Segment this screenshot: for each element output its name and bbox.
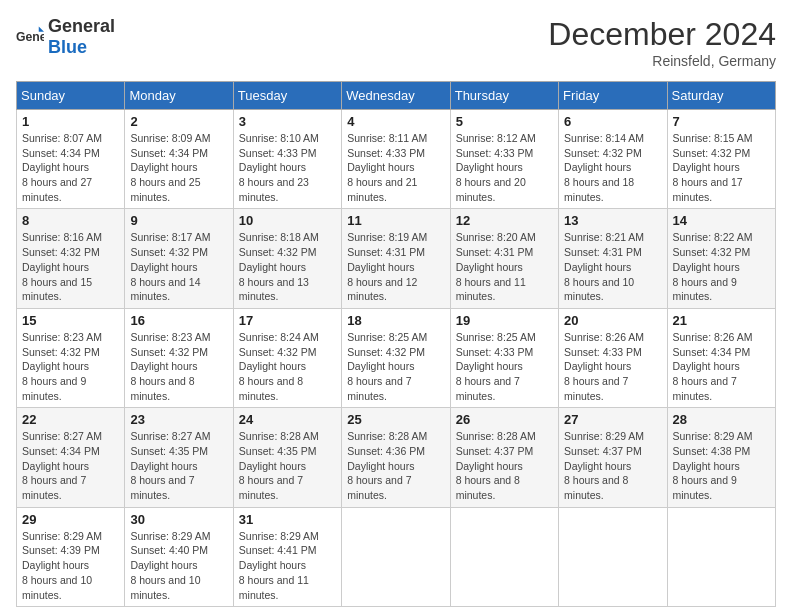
day-info: Sunrise: 8:10 AM Sunset: 4:33 PM Dayligh… xyxy=(239,131,336,204)
day-number: 27 xyxy=(564,412,661,427)
day-info: Sunrise: 8:24 AM Sunset: 4:32 PM Dayligh… xyxy=(239,330,336,403)
calendar-cell: 15 Sunrise: 8:23 AM Sunset: 4:32 PM Dayl… xyxy=(17,308,125,407)
calendar-cell xyxy=(559,507,667,606)
page-header: General General Blue December 2024 Reins… xyxy=(16,16,776,69)
calendar-week-4: 22 Sunrise: 8:27 AM Sunset: 4:34 PM Dayl… xyxy=(17,408,776,507)
day-info: Sunrise: 8:09 AM Sunset: 4:34 PM Dayligh… xyxy=(130,131,227,204)
day-info: Sunrise: 8:23 AM Sunset: 4:32 PM Dayligh… xyxy=(130,330,227,403)
calendar-cell: 27 Sunrise: 8:29 AM Sunset: 4:37 PM Dayl… xyxy=(559,408,667,507)
calendar-cell: 14 Sunrise: 8:22 AM Sunset: 4:32 PM Dayl… xyxy=(667,209,775,308)
day-number: 2 xyxy=(130,114,227,129)
day-info: Sunrise: 8:17 AM Sunset: 4:32 PM Dayligh… xyxy=(130,230,227,303)
calendar-cell: 30 Sunrise: 8:29 AM Sunset: 4:40 PM Dayl… xyxy=(125,507,233,606)
day-info: Sunrise: 8:29 AM Sunset: 4:38 PM Dayligh… xyxy=(673,429,770,502)
day-number: 8 xyxy=(22,213,119,228)
day-info: Sunrise: 8:18 AM Sunset: 4:32 PM Dayligh… xyxy=(239,230,336,303)
calendar-cell: 23 Sunrise: 8:27 AM Sunset: 4:35 PM Dayl… xyxy=(125,408,233,507)
day-info: Sunrise: 8:16 AM Sunset: 4:32 PM Dayligh… xyxy=(22,230,119,303)
calendar-cell: 7 Sunrise: 8:15 AM Sunset: 4:32 PM Dayli… xyxy=(667,110,775,209)
day-number: 22 xyxy=(22,412,119,427)
calendar-cell: 18 Sunrise: 8:25 AM Sunset: 4:32 PM Dayl… xyxy=(342,308,450,407)
day-info: Sunrise: 8:21 AM Sunset: 4:31 PM Dayligh… xyxy=(564,230,661,303)
day-number: 30 xyxy=(130,512,227,527)
logo: General General Blue xyxy=(16,16,115,58)
calendar-week-5: 29 Sunrise: 8:29 AM Sunset: 4:39 PM Dayl… xyxy=(17,507,776,606)
calendar-cell: 11 Sunrise: 8:19 AM Sunset: 4:31 PM Dayl… xyxy=(342,209,450,308)
calendar-cell: 20 Sunrise: 8:26 AM Sunset: 4:33 PM Dayl… xyxy=(559,308,667,407)
calendar-cell: 16 Sunrise: 8:23 AM Sunset: 4:32 PM Dayl… xyxy=(125,308,233,407)
day-info: Sunrise: 8:28 AM Sunset: 4:36 PM Dayligh… xyxy=(347,429,444,502)
day-info: Sunrise: 8:27 AM Sunset: 4:34 PM Dayligh… xyxy=(22,429,119,502)
day-info: Sunrise: 8:20 AM Sunset: 4:31 PM Dayligh… xyxy=(456,230,553,303)
weekday-header-monday: Monday xyxy=(125,82,233,110)
day-number: 14 xyxy=(673,213,770,228)
calendar-cell: 12 Sunrise: 8:20 AM Sunset: 4:31 PM Dayl… xyxy=(450,209,558,308)
day-number: 10 xyxy=(239,213,336,228)
logo-blue-text: Blue xyxy=(48,37,87,57)
calendar-week-3: 15 Sunrise: 8:23 AM Sunset: 4:32 PM Dayl… xyxy=(17,308,776,407)
calendar-cell: 28 Sunrise: 8:29 AM Sunset: 4:38 PM Dayl… xyxy=(667,408,775,507)
calendar-cell: 9 Sunrise: 8:17 AM Sunset: 4:32 PM Dayli… xyxy=(125,209,233,308)
calendar-cell: 4 Sunrise: 8:11 AM Sunset: 4:33 PM Dayli… xyxy=(342,110,450,209)
day-number: 12 xyxy=(456,213,553,228)
day-info: Sunrise: 8:29 AM Sunset: 4:40 PM Dayligh… xyxy=(130,529,227,602)
day-number: 7 xyxy=(673,114,770,129)
calendar-cell: 2 Sunrise: 8:09 AM Sunset: 4:34 PM Dayli… xyxy=(125,110,233,209)
day-info: Sunrise: 8:26 AM Sunset: 4:33 PM Dayligh… xyxy=(564,330,661,403)
day-info: Sunrise: 8:28 AM Sunset: 4:35 PM Dayligh… xyxy=(239,429,336,502)
day-number: 23 xyxy=(130,412,227,427)
day-number: 25 xyxy=(347,412,444,427)
calendar-cell: 26 Sunrise: 8:28 AM Sunset: 4:37 PM Dayl… xyxy=(450,408,558,507)
calendar-cell: 6 Sunrise: 8:14 AM Sunset: 4:32 PM Dayli… xyxy=(559,110,667,209)
calendar-cell: 1 Sunrise: 8:07 AM Sunset: 4:34 PM Dayli… xyxy=(17,110,125,209)
calendar-cell: 24 Sunrise: 8:28 AM Sunset: 4:35 PM Dayl… xyxy=(233,408,341,507)
day-number: 4 xyxy=(347,114,444,129)
day-info: Sunrise: 8:23 AM Sunset: 4:32 PM Dayligh… xyxy=(22,330,119,403)
calendar-cell xyxy=(342,507,450,606)
calendar-cell: 22 Sunrise: 8:27 AM Sunset: 4:34 PM Dayl… xyxy=(17,408,125,507)
day-number: 5 xyxy=(456,114,553,129)
day-number: 20 xyxy=(564,313,661,328)
day-number: 13 xyxy=(564,213,661,228)
day-info: Sunrise: 8:27 AM Sunset: 4:35 PM Dayligh… xyxy=(130,429,227,502)
calendar-cell: 19 Sunrise: 8:25 AM Sunset: 4:33 PM Dayl… xyxy=(450,308,558,407)
day-number: 15 xyxy=(22,313,119,328)
day-number: 1 xyxy=(22,114,119,129)
day-number: 26 xyxy=(456,412,553,427)
day-number: 24 xyxy=(239,412,336,427)
day-info: Sunrise: 8:12 AM Sunset: 4:33 PM Dayligh… xyxy=(456,131,553,204)
calendar-cell: 8 Sunrise: 8:16 AM Sunset: 4:32 PM Dayli… xyxy=(17,209,125,308)
day-number: 16 xyxy=(130,313,227,328)
day-info: Sunrise: 8:25 AM Sunset: 4:33 PM Dayligh… xyxy=(456,330,553,403)
day-info: Sunrise: 8:25 AM Sunset: 4:32 PM Dayligh… xyxy=(347,330,444,403)
weekday-header-friday: Friday xyxy=(559,82,667,110)
day-info: Sunrise: 8:22 AM Sunset: 4:32 PM Dayligh… xyxy=(673,230,770,303)
calendar-cell: 25 Sunrise: 8:28 AM Sunset: 4:36 PM Dayl… xyxy=(342,408,450,507)
day-number: 19 xyxy=(456,313,553,328)
calendar-cell: 31 Sunrise: 8:29 AM Sunset: 4:41 PM Dayl… xyxy=(233,507,341,606)
calendar-cell: 17 Sunrise: 8:24 AM Sunset: 4:32 PM Dayl… xyxy=(233,308,341,407)
day-number: 9 xyxy=(130,213,227,228)
calendar-week-2: 8 Sunrise: 8:16 AM Sunset: 4:32 PM Dayli… xyxy=(17,209,776,308)
logo-general-text: General xyxy=(48,16,115,36)
calendar-cell xyxy=(450,507,558,606)
day-number: 18 xyxy=(347,313,444,328)
day-info: Sunrise: 8:29 AM Sunset: 4:41 PM Dayligh… xyxy=(239,529,336,602)
location-subtitle: Reinsfeld, Germany xyxy=(548,53,776,69)
day-number: 3 xyxy=(239,114,336,129)
day-number: 21 xyxy=(673,313,770,328)
calendar-cell: 5 Sunrise: 8:12 AM Sunset: 4:33 PM Dayli… xyxy=(450,110,558,209)
day-number: 6 xyxy=(564,114,661,129)
calendar-cell: 10 Sunrise: 8:18 AM Sunset: 4:32 PM Dayl… xyxy=(233,209,341,308)
month-title: December 2024 xyxy=(548,16,776,53)
day-number: 17 xyxy=(239,313,336,328)
day-info: Sunrise: 8:26 AM Sunset: 4:34 PM Dayligh… xyxy=(673,330,770,403)
day-info: Sunrise: 8:19 AM Sunset: 4:31 PM Dayligh… xyxy=(347,230,444,303)
day-number: 28 xyxy=(673,412,770,427)
calendar-cell: 29 Sunrise: 8:29 AM Sunset: 4:39 PM Dayl… xyxy=(17,507,125,606)
weekday-header-wednesday: Wednesday xyxy=(342,82,450,110)
logo-icon: General xyxy=(16,23,44,51)
title-block: December 2024 Reinsfeld, Germany xyxy=(548,16,776,69)
day-info: Sunrise: 8:14 AM Sunset: 4:32 PM Dayligh… xyxy=(564,131,661,204)
day-number: 31 xyxy=(239,512,336,527)
